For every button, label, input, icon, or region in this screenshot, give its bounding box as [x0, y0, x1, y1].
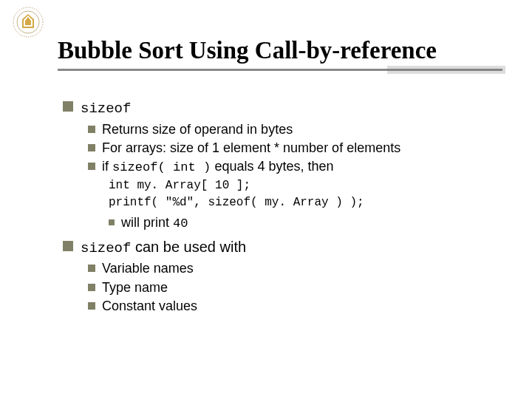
bullet-level2: Variable names	[88, 259, 495, 277]
bullet-level2: Returns size of operand in bytes	[88, 120, 495, 138]
bullet-text: For arrays: size of 1 element * number o…	[102, 139, 400, 157]
slide-logo	[12, 6, 44, 38]
title-underline	[58, 69, 502, 71]
bullet-square-icon	[88, 163, 95, 170]
bullet-text: Variable names	[102, 259, 194, 277]
code-inline: sizeof( int )	[112, 160, 211, 174]
bullet-text: Type name	[102, 279, 168, 296]
bullet-text: Constant values	[102, 297, 197, 315]
bullet-square-icon	[88, 302, 95, 310]
code-line: int my. Array[ 10 ];	[109, 177, 495, 194]
bullet-square-icon	[63, 241, 73, 251]
code-line: printf( "%d", sizeof( my. Array ) );	[109, 194, 495, 211]
bullet-level2: For arrays: size of 1 element * number o…	[88, 139, 495, 157]
code-keyword: sizeof	[81, 240, 131, 256]
slide-title: Bubble Sort Using Call-by-reference	[58, 37, 502, 64]
bullet-level2: if sizeof( int ) equals 4 bytes, then	[88, 157, 495, 176]
bullet-level1: sizeof	[63, 98, 495, 119]
bullet-square-icon	[63, 101, 73, 112]
slide-body: sizeof Returns size of operand in bytes …	[63, 98, 495, 316]
code-keyword: sizeof	[81, 100, 131, 117]
bullet-text: if sizeof( int ) equals 4 bytes, then	[102, 157, 334, 176]
bullet-square-icon	[88, 284, 95, 291]
bullet-level3: will print 40	[109, 214, 495, 232]
bullet-square-icon	[109, 219, 115, 225]
bullet-square-icon	[88, 144, 95, 151]
bullet-square-icon	[88, 265, 95, 272]
bullet-text: Returns size of operand in bytes	[102, 120, 293, 138]
bullet-level2: Constant values	[88, 297, 495, 315]
bullet-text: can be used with	[131, 239, 246, 255]
code-inline: 40	[173, 216, 188, 231]
bullet-level2: Type name	[88, 279, 495, 296]
bullet-level1: sizeof can be used with	[63, 237, 495, 259]
bullet-text: will print 40	[121, 214, 188, 232]
bullet-square-icon	[88, 126, 95, 133]
code-block: int my. Array[ 10 ]; printf( "%d", sizeo…	[109, 177, 495, 211]
